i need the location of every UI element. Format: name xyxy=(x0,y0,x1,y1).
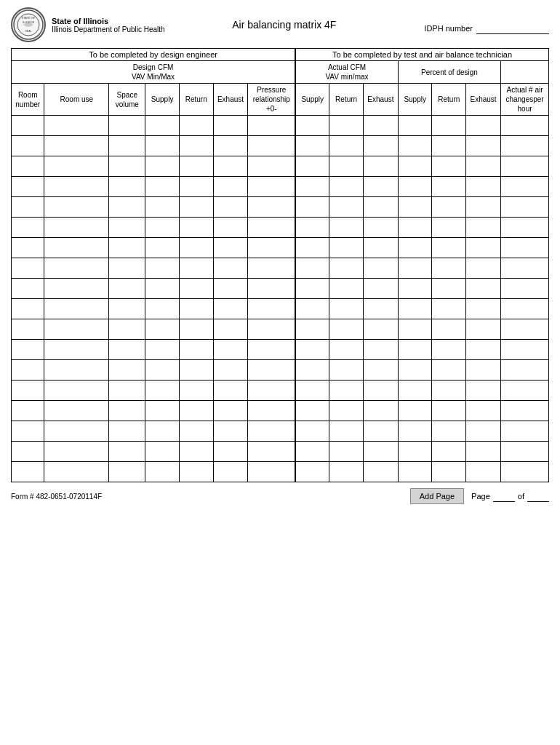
cell-exhaust-design[interactable] xyxy=(213,116,248,136)
page-title: Air balancing matrix 4F xyxy=(165,19,404,31)
table-row xyxy=(12,381,549,401)
col-room-number: Roomnumber xyxy=(12,84,44,116)
state-seal: STATE OF ILLINOIS SEAL xyxy=(11,7,46,42)
page-footer: Form # 482-0651-0720114F Add Page Page o… xyxy=(11,488,549,504)
table-row xyxy=(12,299,549,319)
cell-return-actual[interactable] xyxy=(329,116,364,136)
table-row xyxy=(12,177,549,197)
table-row xyxy=(12,340,549,360)
idph-number-line: IDPH number xyxy=(424,23,549,34)
table-row xyxy=(12,116,549,136)
table-row xyxy=(12,136,549,156)
table-row xyxy=(12,197,549,218)
table-row xyxy=(12,421,549,442)
col-space-volume: Spacevolume xyxy=(109,84,145,116)
cell-exhaust-pct[interactable] xyxy=(466,116,501,136)
page-header: STATE OF ILLINOIS SEAL State of Illinois… xyxy=(11,7,549,42)
right-section-header: To be completed by test and air balance … xyxy=(295,49,548,61)
col-exhaust-pct: Exhaust xyxy=(466,84,501,116)
cell-room-number[interactable] xyxy=(12,116,44,136)
col-return-pct: Return xyxy=(432,84,466,116)
table-row xyxy=(12,462,549,482)
logo-area: STATE OF ILLINOIS SEAL State of Illinois… xyxy=(11,7,165,42)
page-total-input[interactable] xyxy=(527,490,549,502)
col-pressure-rel: Pressurerelationship+0- xyxy=(248,84,295,116)
actual-cfm-header: Actual CFM VAV min/max xyxy=(295,61,398,84)
dept-name: Illinois Department of Public Health xyxy=(52,25,165,33)
cell-actual-air-changes[interactable] xyxy=(501,116,549,136)
state-info: State of Illinois Illinois Department of… xyxy=(52,17,165,33)
cell-exhaust-actual[interactable] xyxy=(363,116,398,136)
form-number: Form # 482-0651-0720114F xyxy=(11,493,102,501)
table-row xyxy=(12,360,549,381)
table-row xyxy=(12,442,549,462)
cell-space-volume[interactable] xyxy=(109,116,145,136)
col-supply-pct: Supply xyxy=(398,84,432,116)
idph-label: IDPH number xyxy=(424,24,473,33)
col-supply-design: Supply xyxy=(145,84,180,116)
col-actual-air-changes: Actual # airchangesperhour xyxy=(501,84,549,116)
design-cfm-header: Design CFM VAV Min/Max xyxy=(12,61,296,84)
cell-supply-design[interactable] xyxy=(145,116,180,136)
of-label: of xyxy=(518,492,524,501)
col-room-use: Room use xyxy=(44,84,109,116)
idph-input[interactable] xyxy=(476,23,549,34)
idph-area: IDPH number xyxy=(404,15,549,34)
table-row xyxy=(12,258,549,279)
table-row xyxy=(12,279,549,299)
add-page-button[interactable]: Add Page xyxy=(410,488,464,504)
page-label: Page xyxy=(471,492,490,501)
table-row xyxy=(12,401,549,421)
cell-return-pct[interactable] xyxy=(432,116,466,136)
actual-air-changes-header-blank xyxy=(501,61,549,84)
svg-text:SEAL: SEAL xyxy=(25,30,32,33)
col-supply-actual: Supply xyxy=(295,84,329,116)
percent-design-header: Percent of design xyxy=(398,61,500,84)
table-row xyxy=(12,238,549,258)
page-number-input[interactable] xyxy=(493,490,515,502)
page-info: Page of xyxy=(471,490,549,502)
cell-room-use[interactable] xyxy=(44,116,109,136)
col-exhaust-design: Exhaust xyxy=(213,84,248,116)
table-row xyxy=(12,218,549,238)
state-name: State of Illinois xyxy=(52,17,165,25)
col-return-actual: Return xyxy=(329,84,364,116)
cell-supply-actual[interactable] xyxy=(295,116,329,136)
table-row xyxy=(12,319,549,340)
cell-pressure-rel[interactable] xyxy=(248,116,295,136)
cell-return-design[interactable] xyxy=(179,116,213,136)
main-table: To be completed by design engineer To be… xyxy=(11,48,549,482)
table-row xyxy=(12,156,549,177)
col-return-design: Return xyxy=(179,84,213,116)
cell-supply-pct[interactable] xyxy=(398,116,432,136)
svg-text:STATE OF: STATE OF xyxy=(22,16,36,20)
col-exhaust-actual: Exhaust xyxy=(363,84,398,116)
left-section-header: To be completed by design engineer xyxy=(12,49,296,61)
footer-right: Add Page Page of xyxy=(410,488,549,504)
